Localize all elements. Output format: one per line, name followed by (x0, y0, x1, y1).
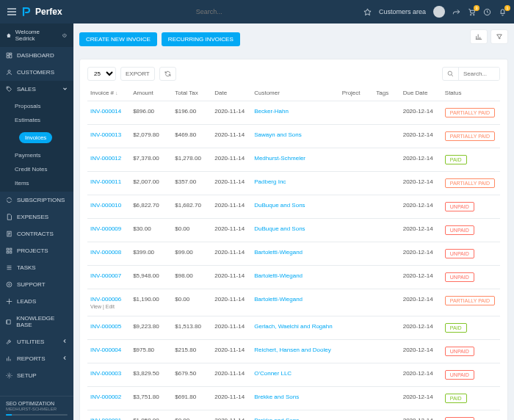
invoice-link[interactable]: INV-000006 (90, 296, 121, 303)
customer-link[interactable]: Padberg Inc (254, 178, 286, 185)
cell: INV-000012 (87, 148, 130, 172)
chart-view-button[interactable] (470, 29, 488, 44)
customer-link[interactable]: Sawayn and Sons (254, 131, 302, 138)
invoice-link[interactable]: INV-000001 (90, 417, 121, 420)
cell: 2020-11-14 (211, 387, 251, 410)
invoice-link[interactable]: INV-000003 (90, 370, 121, 377)
sidebar-subitem-credit-notes[interactable]: Credit Notes (0, 162, 73, 176)
col-amount[interactable]: Amount (130, 85, 172, 101)
customer-link[interactable]: O'Conner LLC (254, 370, 292, 377)
bell-icon[interactable]: 1 (499, 8, 507, 16)
table-row: INV-000004$975.80$215.802020-11-14Reiche… (87, 340, 500, 363)
share-icon[interactable] (452, 8, 460, 16)
clock-icon[interactable] (483, 8, 491, 16)
customers-area-link[interactable]: Customers area (379, 8, 426, 15)
sidebar-subitem-items[interactable]: Items (0, 176, 73, 190)
col-tags[interactable]: Tags (373, 85, 399, 101)
col-date[interactable]: Date (211, 85, 251, 101)
cell: $9,223.80 (130, 316, 172, 340)
cell: INV-000002 (87, 387, 130, 410)
cell: 2020-11-14 (211, 340, 251, 363)
star-icon[interactable] (363, 8, 372, 16)
invoice-link[interactable]: INV-000011 (90, 178, 121, 185)
sidebar-subitem-invoices[interactable]: Invoices (4, 128, 69, 147)
customer-link[interactable]: Bartoletti-Wiegand (254, 296, 303, 303)
cell: 2020-12-14 (400, 101, 442, 125)
cell: $3,751.80 (130, 387, 172, 410)
customer-link[interactable]: Reichert, Hansen and Dooley (254, 347, 331, 353)
invoice-link[interactable]: INV-000008 (90, 249, 121, 256)
avatar[interactable] (433, 6, 445, 18)
cart-icon[interactable]: 3 (468, 8, 476, 16)
sidebar-item-expenses[interactable]: EXPENSES (0, 209, 73, 225)
invoice-link[interactable]: INV-000005 (90, 323, 121, 330)
sidebar-subitem-proposals[interactable]: Proposals (0, 99, 73, 113)
customer-link[interactable]: Brekke and Sons (254, 417, 299, 420)
power-icon[interactable] (62, 32, 68, 39)
gear-icon (6, 372, 12, 379)
pagesize-select[interactable]: 25 (87, 67, 116, 81)
refresh-button[interactable] (159, 67, 176, 81)
sidebar-subitem-payments[interactable]: Payments (0, 148, 73, 162)
sidebar-item-reports[interactable]: REPORTS (0, 350, 73, 367)
sidebar-item-subscriptions[interactable]: SUBSCRIPTIONS (0, 192, 73, 209)
invoice-link[interactable]: INV-000007 (90, 272, 121, 279)
sidebar-item-label: CUSTOMERS (17, 69, 54, 76)
cell: UNPAID (442, 266, 500, 289)
col-due-date[interactable]: Due Date (400, 85, 442, 101)
col-total-tax[interactable]: Total Tax (172, 85, 211, 101)
sidebar-item-dashboard[interactable]: DASHBOARD (0, 47, 73, 64)
invoice-link[interactable]: INV-000012 (90, 155, 121, 162)
customer-link[interactable]: Brekke and Sons (254, 394, 299, 400)
edit-action[interactable]: Edit (106, 304, 115, 309)
invoice-link[interactable]: INV-000013 (90, 131, 121, 138)
cell: Bartoletti-Wiegand (251, 242, 339, 266)
cell: 2020-11-14 (211, 289, 251, 316)
invoice-link[interactable]: INV-000002 (90, 394, 121, 400)
sidebar-item-sales[interactable]: SALES (0, 81, 73, 98)
customer-link[interactable]: DuBuque and Sons (254, 202, 305, 209)
export-button[interactable]: EXPORT (120, 67, 155, 81)
sidebar-item-projects[interactable]: PROJECTS (0, 242, 73, 259)
customer-link[interactable]: DuBuque and Sons (254, 225, 305, 232)
cell: $30.00 (130, 219, 172, 242)
sidebar-subitem-estimates[interactable]: Estimates (0, 113, 73, 127)
view-action[interactable]: View (90, 304, 101, 309)
customer-link[interactable]: Gerlach, Waelchi and Rogahn (254, 323, 332, 330)
brand-logo[interactable]: Perfex (22, 7, 62, 17)
sidebar-item-support[interactable]: SUPPORT (0, 276, 73, 293)
invoice-link[interactable]: INV-000010 (90, 202, 121, 209)
table-search-input[interactable] (459, 68, 499, 80)
col-invoice-[interactable]: Invoice # (87, 85, 130, 101)
col-customer[interactable]: Customer (251, 85, 339, 101)
recurring-invoices-button[interactable]: RECURRING INVOICES (162, 32, 240, 46)
sidebar: Welcome Sedrick DASHBOARDCUSTOMERSSALESP… (0, 23, 73, 420)
customer-link[interactable]: Bartoletti-Wiegand (254, 249, 303, 256)
sidebar-item-label: DASHBOARD (17, 52, 54, 59)
sidebar-item-leads[interactable]: LEADS (0, 293, 73, 310)
customer-link[interactable]: Becker-Hahn (254, 108, 289, 115)
search-icon[interactable] (443, 68, 459, 80)
menu-toggle-icon[interactable] (7, 8, 16, 15)
create-invoice-button[interactable]: CREATE NEW INVOICE (79, 32, 157, 46)
invoice-link[interactable]: INV-000004 (90, 347, 121, 353)
cell (339, 148, 374, 172)
invoice-link[interactable]: INV-000009 (90, 225, 121, 232)
cell (373, 387, 399, 410)
col-status[interactable]: Status (442, 85, 500, 101)
sidebar-item-tasks[interactable]: TASKS (0, 259, 73, 276)
customer-link[interactable]: Medhurst-Schmeler (254, 155, 305, 162)
cell: 2020-11-14 (211, 148, 251, 172)
sidebar-item-customers[interactable]: CUSTOMERS (0, 64, 73, 81)
invoice-link[interactable]: INV-000014 (90, 108, 121, 115)
cell: INV-000013 (87, 125, 130, 148)
customer-link[interactable]: Bartoletti-Wiegand (254, 272, 303, 279)
col-project[interactable]: Project (339, 85, 374, 101)
row-actions: View | Edit (90, 304, 127, 309)
global-search-input[interactable] (195, 7, 275, 16)
sidebar-item-setup[interactable]: SETUP (0, 367, 73, 384)
sidebar-item-knowledge-base[interactable]: KNOWLEDGE BASE (0, 310, 73, 333)
filter-button[interactable] (491, 29, 508, 44)
sidebar-item-contracts[interactable]: CONTRACTS (0, 225, 73, 242)
sidebar-item-utilities[interactable]: UTILITIES (0, 333, 73, 350)
